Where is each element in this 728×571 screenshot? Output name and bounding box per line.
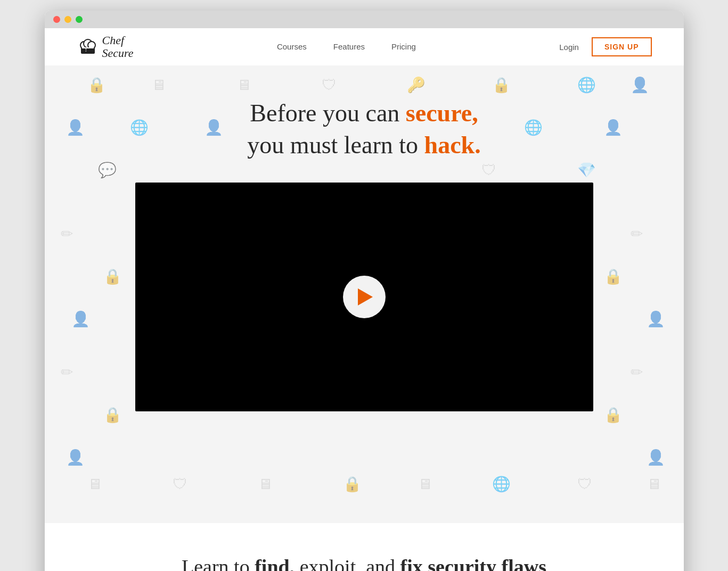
- bg-icon-person: 👤: [631, 76, 649, 94]
- bottom-heading-and: and: [361, 556, 400, 571]
- bg-icon-lock6: 🔒: [604, 406, 623, 424]
- bg-icon-monitor3: 🖥: [418, 475, 432, 493]
- logo-icon: !: [77, 36, 99, 58]
- hero-section: 🔒 🖥 🖥 🛡 🔑 🔒 🌐 👤 👤 🌐 👤 🌐 👤 💬 🛡 💎: [45, 65, 684, 523]
- bottom-section: Learn to find, exploit, and fix security…: [45, 523, 684, 571]
- bg-icon-person7: 👤: [647, 310, 665, 328]
- maximize-button[interactable]: [76, 16, 83, 23]
- page-content: ! Chef Secure Courses Features Pricing L…: [45, 28, 684, 571]
- bg-icon-person6: 👤: [66, 449, 85, 466]
- bottom-heading-exploit: exploit,: [295, 556, 361, 571]
- bg-icon-person8: 👤: [647, 449, 665, 466]
- browser-chrome: [45, 11, 684, 28]
- logo-text: Chef Secure: [102, 34, 134, 60]
- bg-icon-lock5: 🔒: [604, 268, 623, 285]
- bg-icon-server3: 🖥: [647, 475, 661, 493]
- bg-icon-lock7: 🔒: [343, 475, 362, 493]
- bg-icon-pencil3: ✏: [631, 225, 643, 243]
- signup-button[interactable]: SIGN UP: [592, 37, 652, 56]
- hero-text: Before you can secure, you must learn to…: [77, 97, 652, 161]
- hero-heading: Before you can secure, you must learn to…: [77, 97, 652, 161]
- bg-icon-key: 🔑: [407, 76, 426, 94]
- bottom-heading: Learn to find, exploit, and fix security…: [77, 555, 652, 571]
- play-icon: [358, 288, 373, 305]
- nav-courses[interactable]: Courses: [277, 42, 307, 51]
- svg-rect-4: [82, 47, 94, 48]
- nav-right: Login SIGN UP: [559, 37, 651, 56]
- bg-icon-shield2: 🛡: [481, 161, 496, 179]
- bg-icon-lock2: 🔒: [492, 76, 511, 94]
- login-link[interactable]: Login: [559, 43, 579, 52]
- hero-heading-line2: you must learn to: [247, 131, 424, 159]
- minimize-button[interactable]: [64, 16, 71, 23]
- bg-icon-diamond: 💎: [577, 161, 596, 179]
- bg-icon-monitor2: 🖥: [87, 475, 102, 493]
- bg-icon-message: 💬: [98, 161, 117, 179]
- bg-icon-pencil2: ✏: [61, 363, 73, 381]
- svg-text:!: !: [85, 48, 87, 53]
- play-button[interactable]: [343, 276, 386, 318]
- close-button[interactable]: [53, 16, 60, 23]
- hero-heading-prefix: Before you can: [250, 100, 406, 127]
- bottom-heading-prefix: Learn to: [182, 556, 255, 571]
- bg-icon-globe: 🌐: [577, 76, 596, 94]
- bg-icon-server2: 🖥: [258, 475, 273, 493]
- bg-icon-shield1: 🛡: [322, 76, 337, 94]
- bottom-heading-find: find,: [255, 556, 295, 571]
- logo[interactable]: ! Chef Secure: [77, 34, 134, 60]
- hero-heading-secure: secure,: [406, 100, 478, 127]
- bg-icon-lock4: 🔒: [103, 406, 122, 424]
- bg-icon-globe4: 🌐: [492, 475, 511, 493]
- hero-heading-hack: hack.: [424, 131, 481, 159]
- bottom-heading-fix: fix security flaws: [400, 556, 546, 571]
- bg-icon-pencil: ✏: [61, 225, 73, 243]
- bg-icon-person5: 👤: [71, 310, 90, 328]
- bg-icon-lock: 🔒: [87, 76, 106, 94]
- video-player[interactable]: [135, 183, 593, 411]
- bg-icon-shield3: 🛡: [173, 475, 187, 493]
- bg-icon-server: 🖥: [236, 76, 251, 94]
- bg-icon-shield4: 🛡: [577, 475, 592, 493]
- browser-window: ! Chef Secure Courses Features Pricing L…: [45, 11, 684, 571]
- nav-links: Courses Features Pricing: [277, 42, 416, 52]
- bg-icon-pencil4: ✏: [631, 363, 643, 381]
- bg-icon-lock3: 🔒: [103, 268, 122, 285]
- nav-pricing[interactable]: Pricing: [391, 42, 416, 51]
- nav-features[interactable]: Features: [333, 42, 365, 51]
- bg-icon-monitor: 🖥: [151, 76, 166, 94]
- navbar: ! Chef Secure Courses Features Pricing L…: [45, 28, 684, 65]
